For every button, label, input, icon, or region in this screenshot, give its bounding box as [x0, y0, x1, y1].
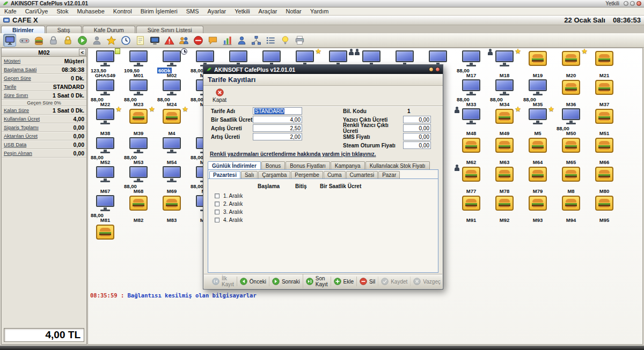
warning-button[interactable] [163, 34, 175, 47]
unit-m33[interactable]: 88,00M33 [455, 79, 487, 108]
day-tab-per-embe[interactable]: Perşembe [291, 171, 323, 178]
tab-sat[interactable]: Satış [46, 26, 82, 33]
lock-gray-button[interactable] [47, 34, 60, 47]
unit-m21[interactable]: M21 [588, 50, 620, 79]
input-steam-oturum-fiyat[interactable]: 0,00 [403, 142, 431, 149]
unit-m81[interactable]: 88,00M81 [89, 195, 121, 224]
help-link[interactable]: Renkli yazdırmaları ücretlendirme hakkın… [210, 151, 376, 157]
unit-m34[interactable]: 88,00M34 [488, 79, 521, 108]
ekle-button[interactable]: Ekle [331, 277, 356, 286]
interval-checkbox[interactable] [215, 218, 219, 222]
input-a-l-creti[interactable]: 2,50 [253, 124, 302, 132]
menu-ayarlar[interactable]: Ayarlar [203, 8, 231, 15]
unit-m91[interactable]: M91 [455, 195, 487, 224]
unit-m23[interactable]: 88,00M23 [122, 79, 155, 108]
menu-kafe[interactable]: Kafe [0, 8, 21, 15]
menu-stok[interactable]: Stok [52, 8, 72, 15]
note-button[interactable] [134, 34, 147, 47]
unit-m24[interactable]: 88,00M24 [156, 79, 188, 108]
minimize-button[interactable] [624, 1, 628, 6]
unit-m69[interactable]: M69 [156, 166, 188, 195]
menu-cari-ye[interactable]: Cari/Üye [21, 8, 53, 15]
unit-m19[interactable]: M19 [522, 50, 554, 79]
dialog-minimize-button[interactable] [429, 67, 434, 72]
printer-button[interactable] [293, 34, 306, 47]
bulb-button[interactable] [279, 34, 291, 47]
sonraki-button[interactable]: Sonraki [269, 277, 303, 286]
unit-m8[interactable]: M8 [555, 166, 587, 195]
dialog-tab-g-nl-k-i-ndirimler[interactable]: Günlük İndirimler [208, 161, 261, 169]
burger-button[interactable] [32, 34, 45, 47]
day-tab-pazartesi[interactable]: Pazartesi [209, 171, 240, 178]
unit-ghas49[interactable]: 123,50GHAS49 [89, 50, 121, 79]
interval-checkbox[interactable] [215, 210, 219, 214]
unit-m95[interactable]: M95 [588, 195, 620, 224]
day-tab-cumartesi[interactable]: Cumartesi [346, 171, 378, 178]
no-entry-button[interactable] [192, 34, 204, 47]
unit-m17[interactable]: 88,00M17 [455, 50, 487, 79]
unit-m37[interactable]: M37 [588, 79, 620, 108]
list-button[interactable] [264, 34, 277, 47]
kapat-button[interactable]: Kapat [208, 87, 231, 105]
unit-m39[interactable]: ★M39 [122, 108, 155, 137]
input-art-creti[interactable]: 2,00 [253, 133, 302, 140]
menu-kontrol[interactable]: Kontrol [109, 8, 136, 15]
network-button[interactable] [250, 34, 262, 47]
chart-button[interactable] [221, 34, 233, 47]
unit-m64[interactable]: M64 [522, 137, 554, 166]
dialog-tab-kullan-lacak-stok-fiyat[interactable]: Kullanılacak Stok Fiyatı [365, 161, 430, 169]
unit-m54[interactable]: M54 [156, 137, 188, 166]
unit-m01[interactable]: 109,50M01 [122, 50, 155, 79]
unit-m18[interactable]: ★M18 [488, 50, 521, 79]
user-gray-button[interactable] [90, 34, 103, 47]
interval-checkbox[interactable] [215, 193, 219, 198]
unit-m22[interactable]: 88,00M22 [89, 79, 121, 108]
unit-m80[interactable]: M80 [588, 166, 620, 195]
day-tab-cuma[interactable]: Cuma [324, 171, 346, 178]
day-tab-sal[interactable]: Salı [241, 171, 258, 178]
monitor-button[interactable] [3, 34, 16, 47]
son-kay-t-button[interactable]: Son Kayıt [303, 274, 331, 288]
unit-m66[interactable]: M66 [588, 137, 620, 166]
unit-m68[interactable]: 88,00M68 [122, 166, 155, 195]
tab-kafe-durum[interactable]: Kafe Durum [83, 26, 135, 33]
lock-gold-button[interactable] [61, 34, 74, 47]
i-lk-kay-t-button[interactable]: İlk Kayıt [209, 274, 237, 288]
unit-m78[interactable]: M78 [488, 166, 521, 195]
close-button[interactable] [636, 1, 641, 6]
play-button[interactable] [76, 34, 89, 47]
sil-button[interactable]: Sil [356, 277, 378, 286]
day-tab-pazar[interactable]: Pazar [378, 171, 400, 178]
menu-yard-m[interactable]: Yardım [306, 8, 333, 15]
sidebar-collapse-button[interactable]: < [79, 49, 86, 56]
unit-m48[interactable]: M48 [455, 108, 487, 137]
unit-m77[interactable]: M77 [455, 166, 487, 195]
unit-m5[interactable]: ★M5 [522, 108, 554, 137]
dialog-tab-bonus[interactable]: Bonus [261, 161, 285, 169]
unit-m51[interactable]: M51 [588, 108, 620, 137]
screen-button[interactable] [148, 34, 161, 47]
input-yaz-c-kt-creti[interactable]: 0,00 [403, 116, 431, 123]
dialog-tab-bonus-fiyatlar[interactable]: Bonus Fiyatları [286, 161, 330, 169]
unit-m36[interactable]: M36 [555, 79, 587, 108]
dialog-close-button[interactable] [435, 67, 440, 72]
day-tab-ar-amba[interactable]: Çarşamba [258, 171, 290, 178]
tab-s-re-s-n-r-listesi[interactable]: Süre Sınırı Listesi [136, 26, 203, 33]
unit-m94[interactable]: M94 [555, 195, 587, 224]
users-button[interactable] [177, 34, 190, 47]
vazge-button[interactable]: Vazgeç [410, 277, 443, 286]
unit-m52[interactable]: 88,00M52 [89, 137, 121, 166]
unit-m67[interactable]: M67 [89, 166, 121, 195]
unit-m65[interactable]: M65 [555, 137, 587, 166]
maximize-button[interactable] [630, 1, 635, 6]
unit-m53[interactable]: 88,00M53 [122, 137, 155, 166]
tab-birimler[interactable]: Birimler [1, 26, 45, 33]
menu-ara-lar[interactable]: Araçlar [254, 8, 282, 15]
unit-m50[interactable]: 88,00M50 [555, 108, 587, 137]
menu-yetkili[interactable]: Yetkili [230, 8, 254, 15]
kaydet-button[interactable]: Kaydet [378, 277, 410, 286]
unit-m35[interactable]: 88,00M35 [522, 79, 554, 108]
unit-m38[interactable]: ★M38 [89, 108, 121, 137]
input-renkli-yaz-c-kt-creti[interactable]: 0,00 [403, 124, 431, 132]
user-blue-button[interactable] [235, 34, 248, 47]
